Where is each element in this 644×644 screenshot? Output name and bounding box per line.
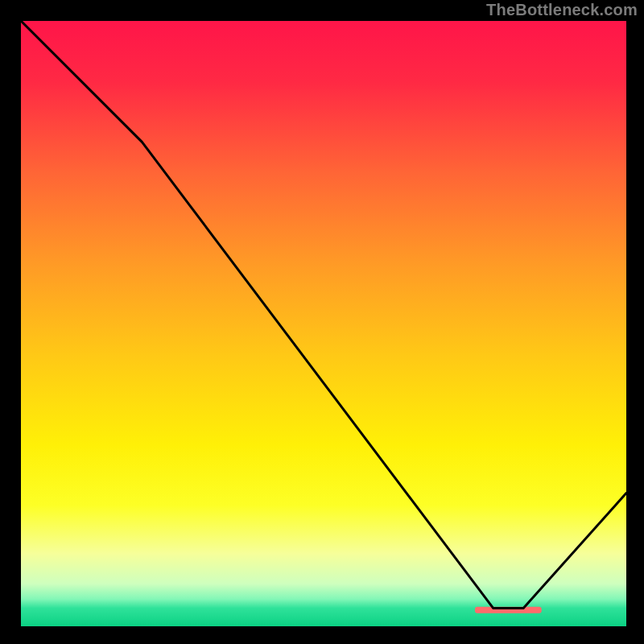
bottleneck-chart bbox=[21, 21, 626, 626]
chart-container: TheBottleneck.com bbox=[0, 0, 644, 644]
attribution-text: TheBottleneck.com bbox=[486, 1, 638, 19]
